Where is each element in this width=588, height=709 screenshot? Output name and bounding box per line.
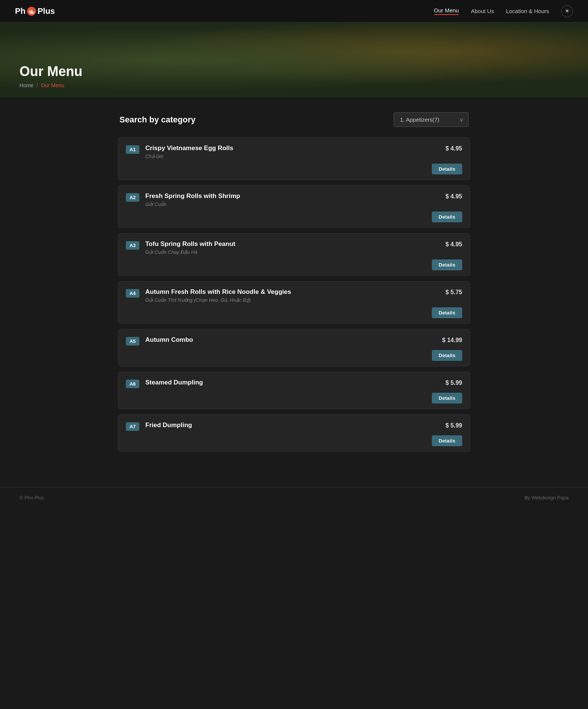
category-search-title: Search by category (119, 115, 196, 125)
item-name: Autumn Fresh Rolls with Rice Noodle & Ve… (145, 288, 440, 296)
item-price: $ 4.95 (446, 193, 462, 200)
item-info: Autumn Fresh Rolls with Rice Noodle & Ve… (145, 288, 440, 303)
menu-item: A5 Autumn Combo $ 14.99 Details (118, 329, 470, 366)
site-footer: © Pho Plus By Webdesign Papa (0, 487, 588, 508)
breadcrumb: Home / Our Menu (19, 82, 569, 88)
details-button[interactable]: Details (432, 212, 462, 222)
menu-item: A7 Fried Dumpling $ 5.99 Details (118, 414, 470, 452)
logo-text-pho: Ph (15, 6, 25, 16)
theme-toggle-button[interactable]: ☀ (561, 5, 573, 17)
menu-item-bottom: Details (126, 212, 462, 222)
menu-item: A1 Crispy Vietnamese Egg Rolls Chả Giò $… (118, 137, 470, 180)
menu-item-top: A1 Crispy Vietnamese Egg Rolls Chả Giò $… (126, 144, 462, 159)
item-badge: A6 (126, 380, 139, 388)
nav-location-hours[interactable]: Location & Hours (506, 8, 549, 14)
menu-item-bottom: Details (126, 350, 462, 361)
menu-item-bottom: Details (126, 435, 462, 446)
menu-item-top: A4 Autumn Fresh Rolls with Rice Noodle &… (126, 288, 462, 303)
hero-section: Our Menu Home / Our Menu (0, 22, 588, 97)
breadcrumb-current: Our Menu (41, 82, 64, 88)
footer-copyright: © Pho Plus (19, 495, 44, 500)
details-button[interactable]: Details (432, 259, 462, 270)
item-badge: A5 (126, 337, 139, 346)
item-name: Fresh Spring Rolls with Shrimp (145, 192, 440, 200)
menu-item-top: A2 Fresh Spring Rolls with Shrimp Gỏi Cu… (126, 192, 462, 207)
item-subtitle: Gỏi Cuốn (145, 201, 440, 207)
menu-item: A6 Steamed Dumpling $ 5.99 Details (118, 372, 470, 409)
item-info: Crispy Vietnamese Egg Rolls Chả Giò (145, 144, 440, 159)
menu-item-bottom: Details (126, 259, 462, 270)
logo-icon: 🍜 (27, 7, 36, 16)
footer-credit: By Webdesign Papa (524, 495, 569, 500)
item-info: Fresh Spring Rolls with Shrimp Gỏi Cuốn (145, 192, 440, 207)
item-info: Autumn Combo (145, 336, 436, 345)
details-button[interactable]: Details (432, 307, 462, 318)
main-content: Search by category 1. Appetizers(7) 2. S… (118, 97, 470, 487)
item-badge: A3 (126, 241, 139, 250)
category-search-section: Search by category 1. Appetizers(7) 2. S… (118, 112, 470, 127)
menu-item-top: A6 Steamed Dumpling $ 5.99 (126, 379, 462, 388)
item-badge: A4 (126, 289, 139, 298)
item-subtitle: Gỏi Cuốn Chay Đậu Hà (145, 249, 440, 255)
category-dropdown[interactable]: 1. Appetizers(7) 2. Soups 3. Main Dishes… (394, 112, 469, 127)
item-price: $ 4.95 (446, 145, 462, 152)
item-name: Autumn Combo (145, 336, 436, 344)
logo-text-plus: Plus (37, 6, 55, 16)
main-nav: Our Menu About Us Location & Hours ☀ (434, 5, 573, 17)
item-subtitle: Gỏi Cuốn Thịt Nướng (Chọn Heo, Gà, Hoặc … (145, 297, 440, 303)
menu-item-bottom: Details (126, 393, 462, 404)
menu-item: A3 Tofu Spring Rolls with Peanut Gỏi Cuố… (118, 233, 470, 276)
menu-item: A2 Fresh Spring Rolls with Shrimp Gỏi Cu… (118, 185, 470, 228)
menu-item: A4 Autumn Fresh Rolls with Rice Noodle &… (118, 281, 470, 324)
page-title: Our Menu (19, 64, 569, 79)
item-name: Steamed Dumpling (145, 379, 440, 386)
item-info: Fried Dumpling (145, 422, 440, 430)
item-name: Fried Dumpling (145, 422, 440, 429)
item-badge: A7 (126, 422, 139, 431)
nav-our-menu[interactable]: Our Menu (434, 7, 459, 15)
item-badge: A1 (126, 145, 139, 154)
item-price: $ 14.99 (442, 337, 462, 344)
details-button[interactable]: Details (432, 164, 462, 174)
item-price: $ 5.75 (446, 289, 462, 296)
breadcrumb-home[interactable]: Home (19, 82, 33, 88)
item-subtitle: Chả Giò (145, 153, 440, 159)
item-price: $ 5.99 (446, 422, 462, 429)
nav-about-us[interactable]: About Us (471, 8, 494, 14)
item-price: $ 4.95 (446, 241, 462, 248)
item-name: Crispy Vietnamese Egg Rolls (145, 144, 440, 152)
menu-item-bottom: Details (126, 164, 462, 174)
menu-item-top: A7 Fried Dumpling $ 5.99 (126, 422, 462, 431)
item-price: $ 5.99 (446, 380, 462, 386)
menu-item-top: A3 Tofu Spring Rolls with Peanut Gỏi Cuố… (126, 240, 462, 255)
breadcrumb-separator: / (36, 82, 38, 88)
sun-icon: ☀ (564, 7, 570, 15)
menu-items-list: A1 Crispy Vietnamese Egg Rolls Chả Giò $… (118, 137, 470, 452)
site-header: Ph 🍜 Plus Our Menu About Us Location & H… (0, 0, 588, 22)
menu-item-bottom: Details (126, 307, 462, 318)
category-select-wrapper[interactable]: 1. Appetizers(7) 2. Soups 3. Main Dishes… (394, 112, 469, 127)
details-button[interactable]: Details (432, 350, 462, 361)
details-button[interactable]: Details (432, 393, 462, 404)
item-info: Steamed Dumpling (145, 379, 440, 388)
item-badge: A2 (126, 193, 139, 202)
logo[interactable]: Ph 🍜 Plus (15, 6, 55, 16)
menu-item-top: A5 Autumn Combo $ 14.99 (126, 336, 462, 346)
details-button[interactable]: Details (432, 435, 462, 446)
item-info: Tofu Spring Rolls with Peanut Gỏi Cuốn C… (145, 240, 440, 255)
item-name: Tofu Spring Rolls with Peanut (145, 240, 440, 248)
